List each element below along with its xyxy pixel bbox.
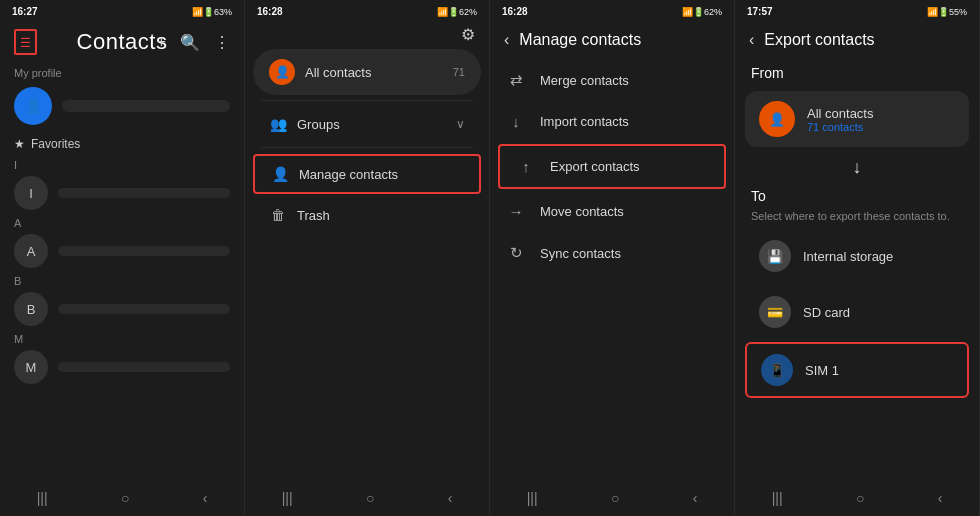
profile-name-bar [62,100,230,112]
nav-back-2[interactable]: ‹ [448,490,453,506]
back-arrow-3[interactable]: ‹ [504,31,509,49]
nav-back-4[interactable]: ‹ [938,490,943,506]
contact-name-bar-a [58,246,230,256]
all-contacts-export-option[interactable]: 👤 All contacts 71 contacts [745,91,969,147]
contact-name-bar-m [58,362,230,372]
import-icon: ↓ [506,113,526,130]
status-icons-3: 📶🔋62% [682,7,722,17]
sim1-label: SIM 1 [805,363,839,378]
drawer-item-all-contacts[interactable]: 👤 All contacts 71 [253,49,481,95]
profile-row[interactable]: 👤 [0,81,244,131]
divider-1 [261,100,473,101]
drawer-item-groups[interactable]: 👥 Groups ∨ [253,106,481,142]
sim1-icon: 📱 [761,354,793,386]
contact-row-b[interactable]: B [0,287,244,331]
import-contacts-item[interactable]: ↓ Import contacts [490,101,734,142]
nav-recents[interactable]: ||| [37,490,48,506]
move-contacts-item[interactable]: → Move contacts [490,191,734,232]
status-bar-4: 17:57 📶🔋55% [735,0,979,21]
status-icons-1: 📶🔋63% [192,7,232,17]
export-option-info: All contacts 71 contacts [807,106,955,133]
bottom-nav-2: ||| ○ ‹ [245,482,489,516]
alpha-b: B [0,273,244,287]
page-header-4: ‹ Export contacts [735,21,979,59]
status-bar-2: 16:28 📶🔋62% [245,0,489,21]
nav-home-4[interactable]: ○ [856,490,864,506]
internal-storage-icon: 💾 [759,240,791,272]
favorites-label: ★ Favorites [0,131,244,157]
manage-contacts-icon: 👤 [271,166,289,182]
status-time-1: 16:27 [12,6,38,17]
trash-icon: 🗑 [269,207,287,223]
internal-storage-label: Internal storage [803,249,893,264]
nav-home-2[interactable]: ○ [366,490,374,506]
all-contacts-export-icon: 👤 [759,101,795,137]
nav-home[interactable]: ○ [121,490,129,506]
alpha-a: A [0,215,244,229]
bottom-nav-4: ||| ○ ‹ [735,482,979,516]
divider-2 [261,147,473,148]
menu-button[interactable]: ☰ [14,29,37,55]
search-icon[interactable]: 🔍 [180,33,200,52]
status-bar-3: 16:28 📶🔋62% [490,0,734,21]
contact-row-a[interactable]: A [0,229,244,273]
back-arrow-4[interactable]: ‹ [749,31,754,49]
toolbar-1: ☰ Contacts + 🔍 ⋮ [0,21,244,63]
status-time-4: 17:57 [747,6,773,17]
merge-contacts-item[interactable]: ⇄ Merge contacts [490,59,734,101]
drawer-header: ⚙ [245,21,489,48]
internal-storage-option[interactable]: 💾 Internal storage [745,230,969,282]
merge-contacts-label: Merge contacts [540,73,629,88]
alpha-m: M [0,331,244,345]
export-all-contacts-sub: 71 contacts [807,121,955,133]
export-all-contacts-title: All contacts [807,106,955,121]
toolbar-action-icons: + 🔍 ⋮ [157,33,230,52]
contact-avatar-m: M [14,350,48,384]
bottom-nav-1: ||| ○ ‹ [0,482,244,516]
sd-card-label: SD card [803,305,850,320]
contact-row-m[interactable]: M [0,345,244,389]
status-bar-1: 16:27 📶🔋63% [0,0,244,21]
add-icon[interactable]: + [157,33,166,51]
move-contacts-label: Move contacts [540,204,624,219]
phone3: 16:28 📶🔋62% ‹ Manage contacts ⇄ Merge co… [490,0,735,516]
all-contacts-label: All contacts [305,65,443,80]
sync-contacts-item[interactable]: ↻ Sync contacts [490,232,734,274]
to-hint: Select where to export these contacts to… [735,208,979,228]
phone2: 16:28 📶🔋62% ⚙ 👤 All contacts 71 👥 Groups… [245,0,490,516]
contact-avatar-a: A [14,234,48,268]
arrow-down: ↓ [735,151,979,184]
contact-avatar-i: I [14,176,48,210]
drawer-item-trash[interactable]: 🗑 Trash [253,197,481,233]
settings-icon[interactable]: ⚙ [461,25,475,44]
page-title-3: Manage contacts [519,31,641,49]
nav-back-3[interactable]: ‹ [693,490,698,506]
nav-recents-2[interactable]: ||| [282,490,293,506]
export-icon: ↑ [516,158,536,175]
nav-home-3[interactable]: ○ [611,490,619,506]
trash-label: Trash [297,208,465,223]
all-contacts-icon: 👤 [269,59,295,85]
my-profile-label: My profile [0,63,244,81]
page-header-3: ‹ Manage contacts [490,21,734,59]
sim1-option[interactable]: 📱 SIM 1 [745,342,969,398]
sync-contacts-label: Sync contacts [540,246,621,261]
nav-recents-4[interactable]: ||| [772,490,783,506]
groups-label: Groups [297,117,446,132]
nav-recents-3[interactable]: ||| [527,490,538,506]
phone1: 16:27 📶🔋63% ☰ Contacts + 🔍 ⋮ My profile … [0,0,245,516]
sd-card-option[interactable]: 💳 SD card [745,286,969,338]
hamburger-icon[interactable]: ☰ [14,29,37,55]
manage-contacts-label: Manage contacts [299,167,463,182]
export-contacts-label: Export contacts [550,159,640,174]
export-contacts-item[interactable]: ↑ Export contacts [498,144,726,189]
from-label: From [735,59,979,87]
page-title-4: Export contacts [764,31,874,49]
more-icon[interactable]: ⋮ [214,33,230,52]
contact-row-i[interactable]: I [0,171,244,215]
alpha-i: I [0,157,244,171]
drawer-item-manage-contacts[interactable]: 👤 Manage contacts [253,154,481,194]
to-label: To [735,184,979,208]
merge-icon: ⇄ [506,71,526,89]
nav-back[interactable]: ‹ [203,490,208,506]
